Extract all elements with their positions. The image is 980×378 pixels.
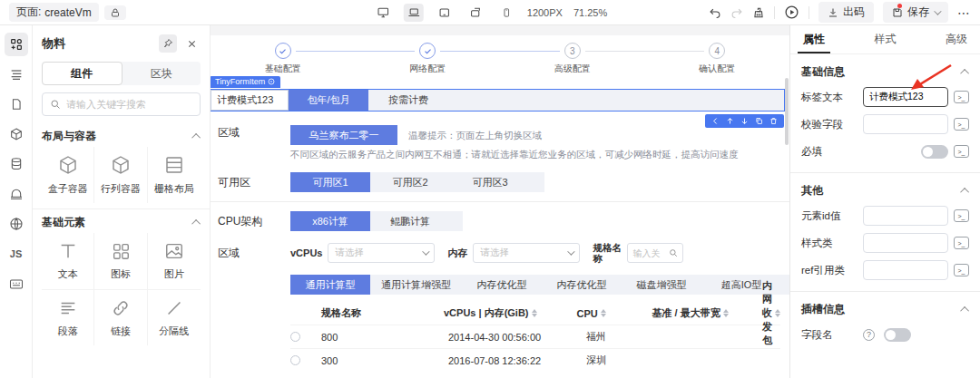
selected-form-item[interactable]: TinyFormItem 计费模式123 包年/包月 按需计费 [211, 90, 784, 111]
canvas[interactable]: 基础配置 网络配置 3 高级配置 4 确认配置 TinyFormItem 计费模… [211, 25, 789, 378]
vcpus-select[interactable]: 请选择 [328, 243, 435, 263]
rail-block-button[interactable] [5, 122, 28, 146]
ref-class-input[interactable] [863, 260, 948, 280]
tab-components[interactable]: 组件 [42, 62, 122, 85]
col-packets[interactable]: 内网收发包 [762, 279, 780, 347]
pin-button[interactable] [159, 34, 177, 53]
step-advanced-config[interactable]: 3 高级配置 [500, 43, 645, 75]
col-bandwidth[interactable]: 基准 / 最大带宽 [652, 306, 763, 320]
step-basic-config[interactable]: 基础配置 [211, 43, 356, 75]
binding-icon[interactable] [954, 118, 969, 131]
help-icon[interactable]: ? [863, 329, 875, 341]
delete-button[interactable] [769, 117, 778, 125]
billing-mode-label[interactable]: 计费模式123 [211, 90, 289, 111]
element-id-input[interactable] [863, 206, 948, 226]
rail-materials-button[interactable] [5, 33, 28, 56]
step-network-config[interactable]: 网络配置 [356, 43, 501, 75]
rail-datasource-button[interactable] [5, 152, 28, 176]
material-item-image[interactable]: 图片 [148, 233, 201, 289]
region-selected-button[interactable]: 乌兰察布二零一 [290, 125, 397, 145]
row-radio[interactable] [290, 355, 300, 365]
spec-tab-disk-enhanced[interactable]: 磁盘增强型 [622, 275, 701, 295]
az-option-1[interactable]: 可用区1 [290, 172, 370, 192]
tab-properties[interactable]: 属性 [798, 25, 830, 53]
memory-select[interactable]: 请选择 [473, 243, 580, 263]
label-text-input[interactable] [863, 87, 948, 107]
cpu-arch-x86[interactable]: x86计算 [290, 211, 370, 231]
rail-schema-button[interactable] [5, 272, 28, 296]
binding-icon[interactable] [954, 264, 969, 276]
device-laptop-button[interactable] [404, 4, 424, 22]
binding-icon[interactable] [954, 237, 969, 249]
material-item-text[interactable]: 文本 [42, 233, 94, 289]
rail-i18n-button[interactable] [5, 212, 28, 236]
spec-name-search[interactable] [627, 243, 683, 263]
device-phone-button[interactable] [496, 4, 516, 22]
rail-bridge-button[interactable] [5, 182, 28, 206]
az-option-2[interactable]: 可用区2 [370, 172, 450, 192]
cpu-arch-kunpeng[interactable]: 鲲鹏计算 [370, 211, 450, 231]
preview-button[interactable] [784, 5, 799, 20]
section-slot-info[interactable]: 插槽信息 [801, 297, 969, 321]
materials-search[interactable] [42, 92, 201, 116]
undo-button[interactable] [709, 6, 721, 18]
az-option-3[interactable]: 可用区3 [450, 172, 530, 192]
move-up-button[interactable] [726, 117, 734, 125]
spec-tab-memory-2[interactable]: 内存优化型 [542, 275, 622, 295]
tab-styles[interactable]: 样式 [869, 25, 902, 53]
spec-tab-memory-1[interactable]: 内存优化型 [462, 275, 542, 295]
validate-field-input[interactable] [863, 114, 948, 134]
billing-option-on-demand[interactable]: 按需计费 [368, 90, 448, 111]
spec-name-input[interactable] [632, 248, 667, 258]
rail-page-button[interactable] [5, 92, 28, 116]
binding-icon[interactable] [954, 145, 969, 158]
row-radio[interactable] [290, 332, 300, 342]
material-item-box-container[interactable]: 盒子容器 [42, 147, 94, 203]
billing-option-yearly[interactable]: 包年/包月 [289, 90, 368, 111]
rail-js-button[interactable]: JS [5, 242, 28, 266]
save-button[interactable]: 保存 [883, 2, 948, 23]
more-button[interactable]: ⋯ [957, 5, 971, 20]
close-panel-button[interactable] [182, 34, 201, 53]
export-code-button[interactable]: 出码 [818, 2, 874, 23]
lock-button[interactable] [104, 5, 126, 20]
device-desktop-button[interactable] [373, 4, 393, 22]
device-tablet-button[interactable] [435, 4, 455, 22]
clear-canvas-button[interactable] [752, 6, 765, 19]
spec-tab-gpu[interactable]: GPU加速型 [781, 275, 789, 295]
binding-icon[interactable] [954, 209, 969, 222]
rail-outline-tree-button[interactable] [5, 63, 28, 86]
canvas-scrollbar[interactable] [785, 78, 789, 145]
section-basic-info[interactable]: 基础信息 [801, 60, 969, 83]
material-item-icon[interactable]: 图标 [94, 233, 147, 289]
spec-tab-general[interactable]: 通用计算型 [290, 275, 370, 295]
move-down-button[interactable] [740, 117, 749, 125]
material-item-divider[interactable]: 分隔线 [148, 289, 201, 345]
device-rotate-button[interactable] [466, 4, 485, 22]
required-toggle[interactable] [921, 145, 948, 159]
material-item-row-container[interactable]: 行列容器 [94, 147, 147, 203]
style-class-input[interactable] [863, 233, 948, 253]
tab-advanced[interactable]: 高级 [940, 25, 973, 53]
field-name-toggle[interactable] [884, 328, 911, 342]
col-cpu[interactable]: CPU [577, 308, 652, 319]
copy-button[interactable] [755, 117, 763, 125]
binding-icon[interactable] [954, 91, 969, 103]
col-vcpu-mem[interactable]: vCPUs | 内存(GiB) [444, 306, 577, 320]
table-row[interactable]: 300 2016-07-08 12:36:22 深圳 [290, 348, 780, 372]
material-item-paragraph[interactable]: 段落 [42, 289, 94, 345]
tab-blocks[interactable]: 区块 [122, 62, 201, 85]
section-other[interactable]: 其他 [801, 179, 969, 202]
section-layout-containers[interactable]: 布局与容器 [42, 125, 201, 147]
table-row[interactable]: 800 2014-04-30 00:56:00 福州 [290, 325, 780, 348]
page-chip[interactable]: 页面: createVm [9, 3, 99, 22]
select-parent-button[interactable] [711, 117, 720, 125]
spec-tab-general-enhanced[interactable]: 通用计算增强型 [370, 275, 462, 295]
redo-button[interactable] [730, 6, 743, 18]
step-confirm-config[interactable]: 4 确认配置 [645, 43, 790, 75]
search-input[interactable] [66, 99, 192, 110]
material-item-grid-layout[interactable]: 栅格布局 [148, 147, 201, 203]
selected-component-badge[interactable]: TinyFormItem [211, 76, 280, 88]
section-basic-elements[interactable]: 基础元素 [42, 211, 201, 233]
material-item-link[interactable]: 链接 [94, 289, 147, 345]
